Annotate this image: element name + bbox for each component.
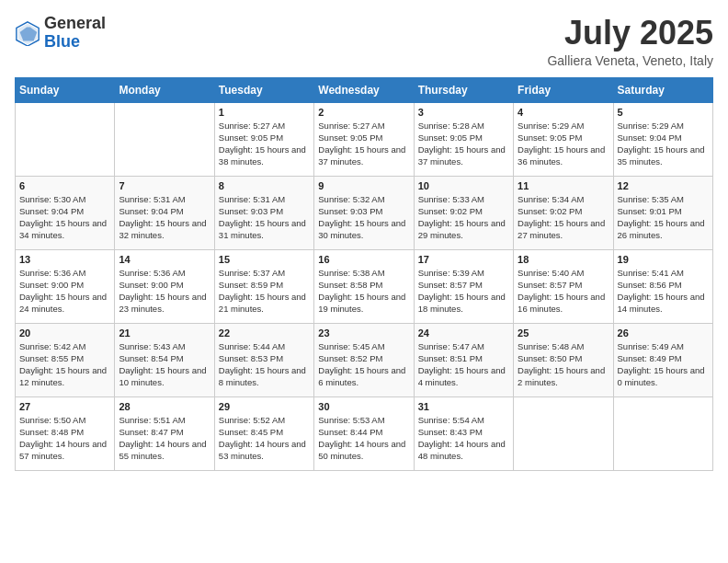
day-number: 28 <box>119 401 210 412</box>
calendar-cell <box>115 102 214 176</box>
day-number: 12 <box>618 180 709 191</box>
calendar-cell: 19Sunrise: 5:41 AM Sunset: 8:56 PM Dayli… <box>613 249 712 323</box>
calendar-cell: 12Sunrise: 5:35 AM Sunset: 9:01 PM Dayli… <box>613 176 712 249</box>
calendar-cell: 7Sunrise: 5:31 AM Sunset: 9:04 PM Daylig… <box>115 176 214 249</box>
day-number: 30 <box>318 401 409 412</box>
calendar-cell: 5Sunrise: 5:29 AM Sunset: 9:04 PM Daylig… <box>613 102 712 176</box>
logo-icon <box>15 20 40 46</box>
day-number: 29 <box>219 401 310 412</box>
calendar-cell: 15Sunrise: 5:37 AM Sunset: 8:59 PM Dayli… <box>214 249 313 323</box>
day-number: 24 <box>418 327 509 339</box>
day-number: 8 <box>219 180 310 191</box>
weekday-header-row: SundayMondayTuesdayWednesdayThursdayFrid… <box>16 77 713 102</box>
calendar-cell: 28Sunrise: 5:51 AM Sunset: 8:47 PM Dayli… <box>115 396 214 470</box>
month-title: July 2025 <box>547 15 713 52</box>
day-number: 19 <box>618 254 709 265</box>
day-info: Sunrise: 5:44 AM Sunset: 8:53 PM Dayligh… <box>219 340 310 389</box>
calendar-cell: 29Sunrise: 5:52 AM Sunset: 8:45 PM Dayli… <box>214 396 313 470</box>
day-info: Sunrise: 5:28 AM Sunset: 9:05 PM Dayligh… <box>418 120 509 168</box>
day-number: 13 <box>19 254 110 265</box>
day-info: Sunrise: 5:34 AM Sunset: 9:02 PM Dayligh… <box>518 193 609 242</box>
day-info: Sunrise: 5:45 AM Sunset: 8:52 PM Dayligh… <box>318 340 409 389</box>
day-number: 4 <box>518 107 609 118</box>
calendar-cell <box>16 102 115 176</box>
day-info: Sunrise: 5:48 AM Sunset: 8:50 PM Dayligh… <box>518 340 609 389</box>
calendar-cell: 3Sunrise: 5:28 AM Sunset: 9:05 PM Daylig… <box>414 102 513 176</box>
weekday-header-saturday: Saturday <box>613 77 712 102</box>
day-info: Sunrise: 5:30 AM Sunset: 9:04 PM Dayligh… <box>19 193 110 242</box>
day-number: 11 <box>518 180 609 191</box>
calendar-cell <box>613 396 712 470</box>
day-number: 22 <box>219 327 310 339</box>
logo-general-text: General <box>44 14 106 32</box>
day-info: Sunrise: 5:27 AM Sunset: 9:05 PM Dayligh… <box>219 120 310 168</box>
day-info: Sunrise: 5:43 AM Sunset: 8:54 PM Dayligh… <box>119 340 210 389</box>
logo: General Blue <box>15 15 106 52</box>
calendar-table: SundayMondayTuesdayWednesdayThursdayFrid… <box>15 77 713 471</box>
day-number: 16 <box>318 254 409 265</box>
day-info: Sunrise: 5:33 AM Sunset: 9:02 PM Dayligh… <box>418 193 509 242</box>
day-number: 17 <box>418 254 509 265</box>
day-info: Sunrise: 5:37 AM Sunset: 8:59 PM Dayligh… <box>219 267 310 316</box>
day-number: 18 <box>518 254 609 265</box>
weekday-header-thursday: Thursday <box>414 77 513 102</box>
day-number: 26 <box>618 327 709 339</box>
calendar-cell: 22Sunrise: 5:44 AM Sunset: 8:53 PM Dayli… <box>214 323 313 396</box>
weekday-header-monday: Monday <box>115 77 214 102</box>
week-row-1: 1Sunrise: 5:27 AM Sunset: 9:05 PM Daylig… <box>16 102 713 176</box>
calendar-cell: 1Sunrise: 5:27 AM Sunset: 9:05 PM Daylig… <box>214 102 313 176</box>
weekday-header-wednesday: Wednesday <box>314 77 414 102</box>
calendar-cell: 30Sunrise: 5:53 AM Sunset: 8:44 PM Dayli… <box>314 396 414 470</box>
calendar-cell: 27Sunrise: 5:50 AM Sunset: 8:48 PM Dayli… <box>16 396 115 470</box>
calendar-cell: 6Sunrise: 5:30 AM Sunset: 9:04 PM Daylig… <box>16 176 115 249</box>
day-number: 23 <box>318 327 409 339</box>
day-info: Sunrise: 5:27 AM Sunset: 9:05 PM Dayligh… <box>318 120 409 168</box>
calendar-cell: 2Sunrise: 5:27 AM Sunset: 9:05 PM Daylig… <box>314 102 414 176</box>
day-number: 5 <box>618 107 709 118</box>
day-info: Sunrise: 5:35 AM Sunset: 9:01 PM Dayligh… <box>618 193 709 242</box>
calendar-cell: 10Sunrise: 5:33 AM Sunset: 9:02 PM Dayli… <box>414 176 513 249</box>
location-title: Galliera Veneta, Veneto, Italy <box>547 53 713 68</box>
calendar-cell: 31Sunrise: 5:54 AM Sunset: 8:43 PM Dayli… <box>414 396 513 470</box>
day-number: 15 <box>219 254 310 265</box>
calendar-cell: 25Sunrise: 5:48 AM Sunset: 8:50 PM Dayli… <box>514 323 613 396</box>
calendar-cell: 8Sunrise: 5:31 AM Sunset: 9:03 PM Daylig… <box>214 176 313 249</box>
calendar-cell: 13Sunrise: 5:36 AM Sunset: 9:00 PM Dayli… <box>16 249 115 323</box>
day-info: Sunrise: 5:41 AM Sunset: 8:56 PM Dayligh… <box>618 267 709 316</box>
day-info: Sunrise: 5:32 AM Sunset: 9:03 PM Dayligh… <box>318 193 409 242</box>
week-row-5: 27Sunrise: 5:50 AM Sunset: 8:48 PM Dayli… <box>16 396 713 470</box>
day-info: Sunrise: 5:42 AM Sunset: 8:55 PM Dayligh… <box>19 340 110 389</box>
week-row-3: 13Sunrise: 5:36 AM Sunset: 9:00 PM Dayli… <box>16 249 713 323</box>
logo-blue-text: Blue <box>44 32 80 51</box>
day-info: Sunrise: 5:36 AM Sunset: 9:00 PM Dayligh… <box>119 267 210 316</box>
day-number: 6 <box>19 180 110 191</box>
day-number: 7 <box>119 180 210 191</box>
day-info: Sunrise: 5:31 AM Sunset: 9:03 PM Dayligh… <box>219 193 310 242</box>
day-number: 31 <box>418 401 509 412</box>
day-info: Sunrise: 5:38 AM Sunset: 8:58 PM Dayligh… <box>318 267 409 316</box>
day-number: 3 <box>418 107 509 118</box>
day-info: Sunrise: 5:29 AM Sunset: 9:05 PM Dayligh… <box>518 120 609 168</box>
day-info: Sunrise: 5:39 AM Sunset: 8:57 PM Dayligh… <box>418 267 509 316</box>
day-info: Sunrise: 5:53 AM Sunset: 8:44 PM Dayligh… <box>318 414 409 463</box>
day-info: Sunrise: 5:54 AM Sunset: 8:43 PM Dayligh… <box>418 414 509 463</box>
week-row-2: 6Sunrise: 5:30 AM Sunset: 9:04 PM Daylig… <box>16 176 713 249</box>
calendar-cell <box>514 396 613 470</box>
day-info: Sunrise: 5:31 AM Sunset: 9:04 PM Dayligh… <box>119 193 210 242</box>
calendar-cell: 24Sunrise: 5:47 AM Sunset: 8:51 PM Dayli… <box>414 323 513 396</box>
day-number: 9 <box>318 180 409 191</box>
day-info: Sunrise: 5:52 AM Sunset: 8:45 PM Dayligh… <box>219 414 310 463</box>
page-header: General Blue July 2025 Galliera Veneta, … <box>15 15 713 68</box>
day-info: Sunrise: 5:49 AM Sunset: 8:49 PM Dayligh… <box>618 340 709 389</box>
day-number: 27 <box>19 401 110 412</box>
day-number: 2 <box>318 107 409 118</box>
calendar-cell: 23Sunrise: 5:45 AM Sunset: 8:52 PM Dayli… <box>314 323 414 396</box>
calendar-cell: 16Sunrise: 5:38 AM Sunset: 8:58 PM Dayli… <box>314 249 414 323</box>
day-info: Sunrise: 5:29 AM Sunset: 9:04 PM Dayligh… <box>618 120 709 168</box>
day-number: 14 <box>119 254 210 265</box>
calendar-cell: 26Sunrise: 5:49 AM Sunset: 8:49 PM Dayli… <box>613 323 712 396</box>
day-info: Sunrise: 5:36 AM Sunset: 9:00 PM Dayligh… <box>19 267 110 316</box>
calendar-cell: 11Sunrise: 5:34 AM Sunset: 9:02 PM Dayli… <box>514 176 613 249</box>
day-number: 25 <box>518 327 609 339</box>
title-block: July 2025 Galliera Veneta, Veneto, Italy <box>547 15 713 68</box>
